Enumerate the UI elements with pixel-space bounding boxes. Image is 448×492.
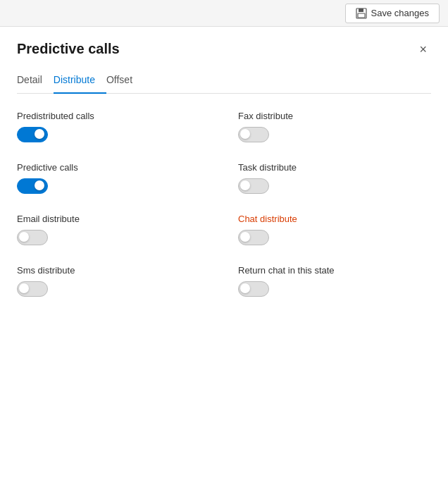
setting-task-distribute: Task distribute bbox=[238, 162, 431, 194]
return-chat-toggle[interactable] bbox=[238, 281, 269, 297]
sms-distribute-toggle-wrap bbox=[17, 281, 210, 297]
task-distribute-toggle[interactable] bbox=[238, 178, 269, 194]
email-distribute-toggle[interactable] bbox=[17, 230, 48, 245]
settings-grid: Predistributed calls Fax distribute Pred… bbox=[17, 111, 431, 297]
setting-return-chat: Return chat in this state bbox=[238, 265, 431, 297]
sms-distribute-toggle[interactable] bbox=[17, 281, 48, 297]
setting-predictive-calls: Predictive calls bbox=[17, 162, 210, 194]
save-button[interactable]: Save changes bbox=[345, 4, 440, 23]
chat-distribute-label: Chat distribute bbox=[238, 214, 431, 224]
save-icon bbox=[356, 8, 367, 19]
predictive-calls-label: Predictive calls bbox=[17, 162, 210, 173]
tabs: Detail Distribute Offset bbox=[17, 68, 431, 94]
predictive-calls-toggle[interactable] bbox=[17, 178, 48, 194]
email-distribute-label: Email distribute bbox=[17, 214, 210, 224]
fax-distribute-toggle[interactable] bbox=[238, 127, 269, 142]
page-title: Predictive calls bbox=[17, 41, 120, 57]
panel: Predictive calls × Detail Distribute Off… bbox=[0, 27, 448, 492]
fax-distribute-toggle-wrap bbox=[238, 127, 431, 142]
predistributed-calls-toggle-wrap bbox=[17, 127, 210, 142]
sms-distribute-label: Sms distribute bbox=[17, 265, 210, 276]
svg-rect-2 bbox=[358, 13, 365, 18]
email-distribute-toggle-wrap bbox=[17, 230, 210, 245]
top-bar: Save changes bbox=[0, 0, 448, 27]
chat-distribute-toggle[interactable] bbox=[238, 230, 269, 245]
predistributed-calls-label: Predistributed calls bbox=[17, 111, 210, 121]
chat-distribute-toggle-wrap bbox=[238, 230, 431, 245]
task-distribute-toggle-wrap bbox=[238, 178, 431, 194]
setting-chat-distribute: Chat distribute bbox=[238, 214, 431, 245]
setting-sms-distribute: Sms distribute bbox=[17, 265, 210, 297]
fax-distribute-label: Fax distribute bbox=[238, 111, 431, 121]
return-chat-toggle-wrap bbox=[238, 281, 431, 297]
return-chat-label: Return chat in this state bbox=[238, 265, 431, 276]
svg-rect-1 bbox=[359, 8, 363, 12]
panel-header: Predictive calls × bbox=[17, 41, 431, 57]
save-label: Save changes bbox=[371, 8, 429, 18]
predistributed-calls-toggle[interactable] bbox=[17, 127, 48, 142]
setting-fax-distribute: Fax distribute bbox=[238, 111, 431, 142]
setting-predistributed-calls: Predistributed calls bbox=[17, 111, 210, 142]
predictive-calls-toggle-wrap bbox=[17, 178, 210, 194]
close-button[interactable]: × bbox=[415, 42, 431, 57]
tab-detail[interactable]: Detail bbox=[17, 68, 54, 94]
task-distribute-label: Task distribute bbox=[238, 162, 431, 173]
setting-email-distribute: Email distribute bbox=[17, 214, 210, 245]
tab-offset[interactable]: Offset bbox=[106, 68, 144, 94]
tab-distribute[interactable]: Distribute bbox=[54, 68, 106, 94]
